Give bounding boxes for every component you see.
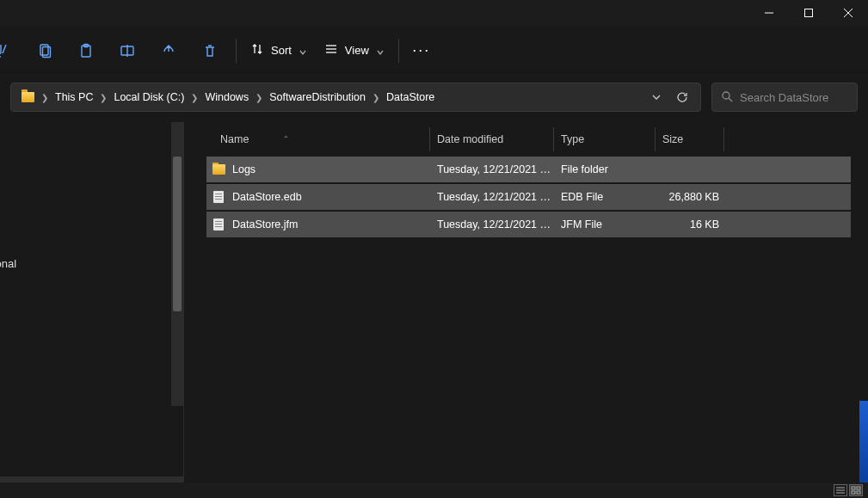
chevron-right-icon[interactable]: ❯ — [189, 93, 200, 102]
breadcrumb-root-icon[interactable] — [16, 84, 40, 110]
background-window-sliver — [859, 401, 868, 483]
chevron-right-icon[interactable]: ❯ — [371, 93, 381, 102]
view-label: View — [345, 44, 369, 57]
svg-rect-4 — [40, 45, 48, 55]
file-date: Tuesday, 12/21/2021 1... — [430, 218, 554, 231]
file-row[interactable]: Logs Tuesday, 12/21/2021 1... File folde… — [206, 157, 851, 182]
scrollbar-thumb[interactable] — [173, 157, 182, 311]
file-name: Logs — [232, 163, 255, 175]
copy-button[interactable] — [24, 34, 65, 68]
file-name: DataStore.jfm — [232, 218, 298, 231]
sidebar-scrollbar[interactable] — [171, 122, 183, 406]
svg-line-14 — [729, 98, 732, 101]
titlebar — [0, 0, 868, 26]
svg-rect-18 — [852, 487, 855, 489]
file-name: DataStore.edb — [232, 191, 302, 203]
svg-rect-20 — [852, 491, 855, 494]
sidebar-item-label: sonal — [0, 257, 16, 270]
search-input[interactable] — [740, 91, 868, 104]
svg-rect-21 — [857, 491, 860, 494]
column-header-date[interactable]: Date modified — [430, 127, 554, 151]
file-size: 26,880 KB — [656, 191, 724, 203]
sort-button[interactable]: Sort — [242, 34, 316, 68]
more-button[interactable]: ··· — [404, 34, 439, 68]
sort-icon — [250, 42, 264, 58]
paste-button[interactable] — [65, 34, 107, 68]
chevron-down-icon — [299, 46, 307, 55]
file-rows: Logs Tuesday, 12/21/2021 1... File folde… — [206, 157, 851, 237]
sort-ascending-icon: ⌃ — [283, 135, 289, 143]
chevron-down-icon — [376, 46, 385, 55]
minimize-button[interactable] — [749, 0, 789, 26]
file-icon — [212, 218, 225, 231]
column-header-label: Type — [561, 133, 584, 145]
status-bar — [0, 483, 868, 498]
file-type: JFM File — [554, 218, 656, 231]
breadcrumb-seg[interactable]: Windows — [200, 84, 254, 110]
share-button[interactable] — [148, 34, 189, 68]
folder-icon — [22, 92, 34, 102]
file-row[interactable]: DataStore.edb Tuesday, 12/21/2021 1... E… — [206, 184, 851, 210]
close-button[interactable] — [828, 0, 868, 26]
file-icon — [212, 190, 225, 204]
file-date: Tuesday, 12/21/2021 1... — [430, 163, 554, 175]
file-row[interactable]: DataStore.jfm Tuesday, 12/21/2021 1... J… — [206, 212, 851, 237]
folder-icon — [212, 163, 225, 176]
file-list: Name ⌃ Date modified Type Size Logs Tues… — [184, 122, 868, 483]
file-type: EDB File — [554, 191, 656, 203]
sidebar-item[interactable]: ) — [0, 476, 183, 483]
breadcrumb-seg[interactable]: DataStore — [381, 84, 440, 110]
breadcrumb-seg[interactable]: This PC — [50, 84, 98, 110]
breadcrumb-seg[interactable]: SoftwareDistribution — [264, 84, 371, 110]
navigation-pane[interactable]: sonal ) — [0, 122, 184, 483]
breadcrumb-seg[interactable]: Local Disk (C:) — [108, 84, 189, 110]
search-icon — [721, 90, 733, 105]
view-toggles — [834, 484, 863, 496]
file-type: File folder — [554, 163, 656, 175]
svg-rect-19 — [857, 487, 860, 489]
column-header-type[interactable]: Type — [554, 127, 656, 151]
chevron-right-icon[interactable]: ❯ — [254, 93, 264, 102]
history-dropdown[interactable] — [643, 84, 669, 110]
search-bar[interactable] — [711, 83, 858, 112]
cut-button[interactable] — [0, 34, 24, 68]
refresh-button[interactable] — [669, 84, 695, 110]
file-date: Tuesday, 12/21/2021 1... — [430, 191, 554, 203]
view-button[interactable]: View — [316, 34, 393, 68]
column-headers: Name ⌃ Date modified Type Size — [206, 126, 851, 153]
column-header-size[interactable]: Size — [656, 127, 724, 151]
column-header-label: Name — [220, 133, 249, 145]
view-icon — [324, 42, 338, 58]
svg-rect-1 — [805, 9, 813, 17]
column-header-label: Date modified — [437, 133, 503, 145]
column-header-name[interactable]: Name ⌃ — [206, 127, 430, 151]
window-controls — [749, 0, 868, 26]
sort-label: Sort — [271, 44, 292, 57]
toolbar: Sort View ··· — [0, 26, 868, 76]
icons-view-toggle[interactable] — [849, 484, 863, 496]
file-size: 16 KB — [656, 218, 724, 231]
body: sonal ) Name ⌃ Date modified Type Size — [0, 122, 868, 483]
column-header-label: Size — [662, 133, 683, 145]
toolbar-separator — [398, 39, 399, 63]
svg-point-13 — [723, 92, 729, 99]
toolbar-separator — [236, 39, 237, 63]
address-bar[interactable]: ❯ This PC ❯ Local Disk (C:) ❯ Windows ❯ … — [10, 83, 701, 112]
maximize-button[interactable] — [789, 0, 828, 26]
sidebar-item[interactable]: sonal — [0, 249, 183, 277]
details-view-toggle[interactable] — [834, 484, 847, 496]
delete-button[interactable] — [189, 34, 231, 68]
chevron-right-icon[interactable]: ❯ — [98, 93, 108, 102]
address-row: ❯ This PC ❯ Local Disk (C:) ❯ Windows ❯ … — [0, 76, 868, 122]
rename-button[interactable] — [107, 34, 148, 68]
chevron-right-icon[interactable]: ❯ — [40, 93, 50, 102]
